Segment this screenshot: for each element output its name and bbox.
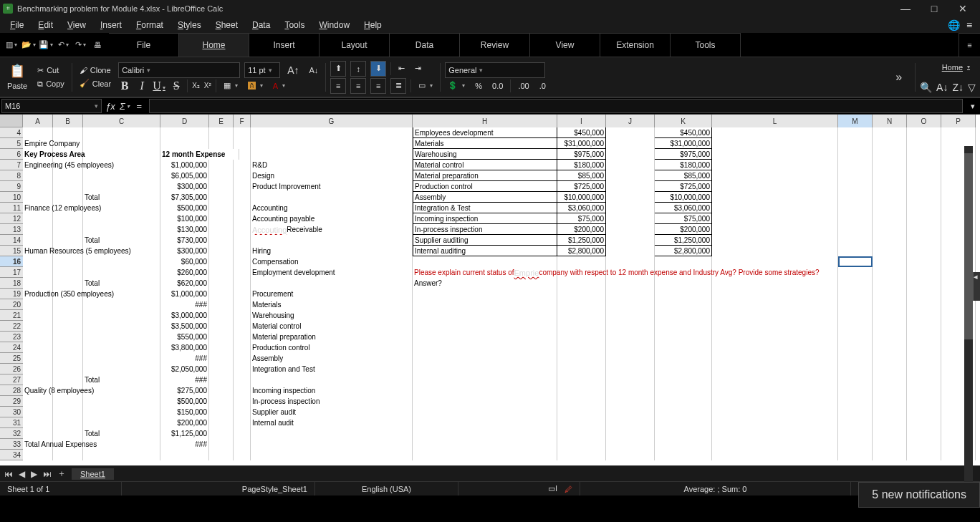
cell-M31[interactable] <box>838 417 873 428</box>
cell-L16[interactable] <box>712 256 838 267</box>
selection-mode-icon[interactable]: ▭I <box>548 484 557 493</box>
currency-icon[interactable]: 💲▾ <box>445 79 468 92</box>
cell-O8[interactable] <box>907 170 941 181</box>
cell-G34[interactable] <box>251 450 413 460</box>
cell-M27[interactable] <box>838 374 873 385</box>
cell-B29[interactable] <box>53 396 83 407</box>
cell-M28[interactable] <box>838 385 873 396</box>
cell-A26[interactable] <box>23 364 53 374</box>
cell-B4[interactable] <box>53 127 83 138</box>
home-dropdown[interactable]: Home ▾ <box>939 62 976 73</box>
row-header-22[interactable]: 22 <box>0 321 23 332</box>
col-header-J[interactable]: J <box>606 115 655 127</box>
cell-E30[interactable] <box>209 407 234 417</box>
cell-J5[interactable] <box>606 138 655 149</box>
cell-I12[interactable]: $75,000 <box>557 213 606 224</box>
clone-button[interactable]: 🖌Clone <box>77 64 114 76</box>
cell-G29[interactable]: In-process inspection <box>251 396 413 407</box>
cell-H23[interactable] <box>413 332 557 342</box>
cell-N24[interactable] <box>873 342 907 353</box>
undo-icon[interactable]: ↶▾ <box>56 38 70 52</box>
cell-K13[interactable]: $200,000 <box>655 224 712 235</box>
col-header-D[interactable]: D <box>160 115 209 127</box>
cell-L6[interactable] <box>712 149 838 160</box>
cell-I15[interactable]: $2,800,000 <box>557 246 606 256</box>
save-icon[interactable]: 💾▾ <box>39 38 53 52</box>
formula-input[interactable] <box>149 99 963 113</box>
row-header-27[interactable]: 27 <box>0 374 23 385</box>
cell-C29[interactable] <box>83 396 160 407</box>
menu-window[interactable]: Window <box>312 19 357 32</box>
menu-icon[interactable]: ▥▾ <box>4 38 19 52</box>
sort-desc-icon[interactable]: Z↓ <box>952 82 964 93</box>
cell-B13[interactable] <box>53 224 83 235</box>
cell-A32[interactable] <box>23 428 53 439</box>
language-icon[interactable]: 🌐 <box>946 17 961 33</box>
cell-J12[interactable] <box>606 213 655 224</box>
cell-N14[interactable] <box>873 235 907 246</box>
row-header-32[interactable]: 32 <box>0 428 23 439</box>
cell-C6[interactable] <box>83 149 160 160</box>
row-header-9[interactable]: 9 <box>0 181 23 192</box>
maximize-button[interactable]: □ <box>920 0 948 17</box>
cell-C30[interactable] <box>83 407 160 417</box>
align-justify-icon[interactable]: ≣ <box>390 78 406 94</box>
borders-button[interactable]: ▦▾ <box>221 79 241 92</box>
cell-I19[interactable] <box>557 289 606 299</box>
cell-D24[interactable]: $3,800,000 <box>160 342 209 353</box>
cell-K20[interactable] <box>655 299 712 310</box>
cell-N5[interactable] <box>873 138 907 149</box>
cell-I33[interactable] <box>557 439 606 450</box>
cell-A10[interactable] <box>23 192 53 203</box>
cell-N10[interactable] <box>873 192 907 203</box>
cell-F5[interactable] <box>234 138 251 149</box>
cell-B30[interactable] <box>53 407 83 417</box>
cell-A6[interactable]: Key Process Area <box>23 149 53 160</box>
row-header-28[interactable]: 28 <box>0 385 23 396</box>
sum-icon[interactable]: Σ▾ <box>117 99 132 113</box>
cell-O34[interactable] <box>907 450 941 460</box>
cell-F14[interactable] <box>234 235 251 246</box>
cell-K28[interactable] <box>655 385 712 396</box>
cell-M32[interactable] <box>838 428 873 439</box>
subscript-button[interactable]: X₂ <box>192 82 200 90</box>
row-header-26[interactable]: 26 <box>0 364 23 374</box>
cell-O9[interactable] <box>907 181 941 192</box>
cell-J15[interactable] <box>606 246 655 256</box>
cell-F15[interactable] <box>234 246 251 256</box>
cell-I23[interactable] <box>557 332 606 342</box>
cell-K32[interactable] <box>655 428 712 439</box>
cell-O16[interactable] <box>907 256 941 267</box>
grow-font-icon[interactable]: A↑ <box>284 63 302 77</box>
cell-M14[interactable] <box>838 235 873 246</box>
cell-A21[interactable] <box>23 310 53 321</box>
cell-K29[interactable] <box>655 396 712 407</box>
cell-K34[interactable] <box>655 450 712 460</box>
cell-O22[interactable] <box>907 321 941 332</box>
cell-A9[interactable] <box>23 181 53 192</box>
cell-F9[interactable] <box>234 181 251 192</box>
cell-M8[interactable] <box>838 170 873 181</box>
menu-styles[interactable]: Styles <box>170 19 208 32</box>
name-box[interactable]: M16▾ <box>1 99 102 113</box>
cell-L34[interactable] <box>712 450 838 460</box>
col-header-E[interactable]: E <box>209 115 234 127</box>
cell-M4[interactable] <box>838 127 873 138</box>
cell-N22[interactable] <box>873 321 907 332</box>
cell-N21[interactable] <box>873 310 907 321</box>
cell-K7[interactable]: $180,000 <box>655 160 712 170</box>
print-icon[interactable]: 🖶 <box>90 38 105 52</box>
cell-K33[interactable] <box>655 439 712 450</box>
cell-E16[interactable] <box>209 256 234 267</box>
cell-K21[interactable] <box>655 310 712 321</box>
cell-E31[interactable] <box>209 417 234 428</box>
cell-A4[interactable] <box>23 127 53 138</box>
cell-N4[interactable] <box>873 127 907 138</box>
cell-E12[interactable] <box>209 213 234 224</box>
cell-B27[interactable] <box>53 374 83 385</box>
cell-D4[interactable] <box>160 127 209 138</box>
cell-B32[interactable] <box>53 428 83 439</box>
cell-F26[interactable] <box>234 364 251 374</box>
cell-M17[interactable] <box>838 267 873 278</box>
cell-L30[interactable] <box>712 407 838 417</box>
